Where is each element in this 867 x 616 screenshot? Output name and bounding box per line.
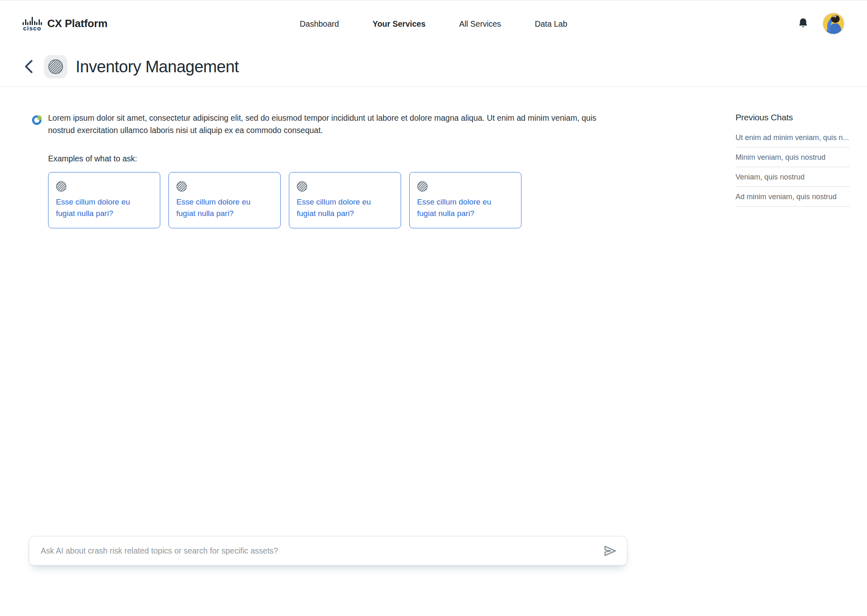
cisco-logo-bars bbox=[23, 16, 42, 25]
previous-chats-panel: Previous Chats Ut enim ad minim veniam, … bbox=[736, 113, 850, 207]
hatched-circle-icon bbox=[176, 187, 187, 193]
back-button[interactable] bbox=[23, 60, 34, 74]
example-question-card[interactable]: Esse cillum dolore eu fugiat nulla pari? bbox=[168, 172, 281, 228]
send-button[interactable] bbox=[602, 544, 618, 558]
main-nav: Dashboard Your Services All Services Dat… bbox=[300, 19, 567, 28]
top-nav-bar: cisco CX Platform Dashboard Your Service… bbox=[0, 0, 867, 47]
top-actions bbox=[798, 13, 844, 34]
hatched-circle-icon bbox=[56, 187, 67, 193]
bell-icon bbox=[798, 18, 809, 30]
nav-item-all-services[interactable]: All Services bbox=[459, 19, 501, 28]
brand-home-link[interactable]: cisco CX Platform bbox=[23, 16, 108, 31]
chat-main: Lorem ipsum dolor sit amet, consectetur … bbox=[0, 87, 867, 616]
example-question-text: Esse cillum dolore eu fugiat nulla pari? bbox=[417, 196, 503, 219]
chat-input[interactable] bbox=[41, 546, 602, 556]
chat-composer bbox=[29, 536, 627, 565]
examples-label: Examples of what to ask: bbox=[48, 154, 137, 163]
chevron-left-icon bbox=[23, 60, 34, 74]
service-badge bbox=[44, 55, 67, 78]
nav-item-your-services[interactable]: Your Services bbox=[373, 19, 426, 28]
assistant-intro-message: Lorem ipsum dolor sit amet, consectetur … bbox=[48, 112, 603, 136]
cisco-logo-icon: cisco bbox=[23, 16, 42, 31]
previous-chat-item[interactable]: Ad minim veniam, quis nostrud bbox=[736, 187, 850, 207]
example-cards-row: Esse cillum dolore eu fugiat nulla pari?… bbox=[48, 172, 521, 228]
previous-chats-list: Ut enim ad minim veniam, quis n... Minim… bbox=[736, 128, 850, 207]
page-header: Inventory Management bbox=[0, 47, 867, 87]
app-title: CX Platform bbox=[47, 17, 108, 30]
example-question-card[interactable]: Esse cillum dolore eu fugiat nulla pari? bbox=[48, 172, 160, 228]
notifications-button[interactable] bbox=[798, 18, 809, 30]
example-question-card[interactable]: Esse cillum dolore eu fugiat nulla pari? bbox=[289, 172, 401, 228]
previous-chat-item[interactable]: Minim veniam, quis nostrud bbox=[736, 147, 850, 167]
example-question-card[interactable]: Esse cillum dolore eu fugiat nulla pari? bbox=[409, 172, 521, 228]
example-question-text: Esse cillum dolore eu fugiat nulla pari? bbox=[176, 196, 262, 219]
hatched-circle-icon bbox=[48, 59, 63, 74]
previous-chat-item[interactable]: Veniam, quis nostrud bbox=[736, 167, 850, 187]
hatched-circle-icon bbox=[297, 187, 307, 193]
app-window: cisco CX Platform Dashboard Your Service… bbox=[0, 0, 867, 616]
example-question-text: Esse cillum dolore eu fugiat nulla pari? bbox=[56, 196, 141, 219]
user-avatar[interactable] bbox=[823, 13, 844, 34]
example-question-text: Esse cillum dolore eu fugiat nulla pari? bbox=[297, 196, 382, 219]
nav-item-dashboard[interactable]: Dashboard bbox=[300, 19, 339, 28]
previous-chats-title: Previous Chats bbox=[736, 113, 850, 122]
send-icon bbox=[603, 552, 617, 559]
avatar-photo-icon bbox=[823, 30, 844, 36]
nav-item-data-lab[interactable]: Data Lab bbox=[535, 19, 567, 28]
assistant-icon bbox=[32, 115, 42, 125]
previous-chat-item[interactable]: Ut enim ad minim veniam, quis n... bbox=[736, 128, 850, 147]
cisco-logo-word: cisco bbox=[23, 25, 41, 31]
page-title: Inventory Management bbox=[76, 57, 239, 76]
hatched-circle-icon bbox=[417, 187, 428, 193]
